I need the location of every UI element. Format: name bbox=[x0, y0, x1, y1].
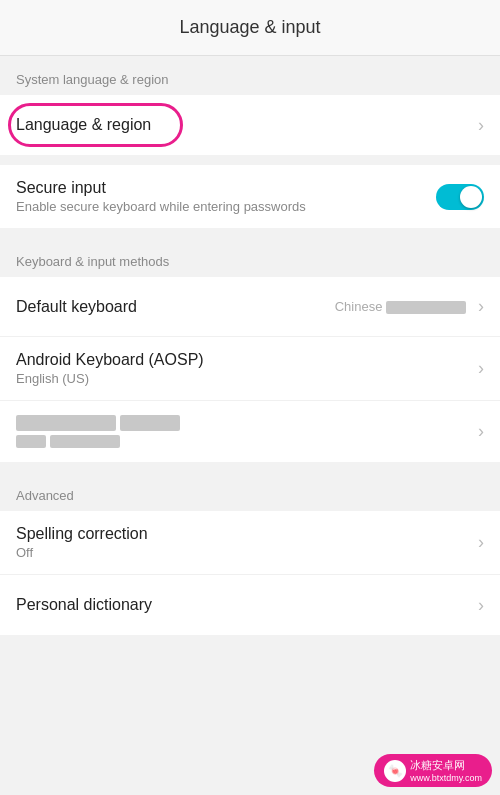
secure-input-item[interactable]: Secure input Enable secure keyboard whil… bbox=[0, 165, 500, 228]
watermark-content: 冰糖安卓网 www.btxtdmy.com bbox=[410, 758, 482, 783]
secure-input-subtitle: Enable secure keyboard while entering pa… bbox=[16, 199, 436, 214]
divider-1 bbox=[0, 155, 500, 165]
divider-3 bbox=[0, 462, 500, 472]
secure-input-toggle[interactable] bbox=[436, 184, 484, 210]
watermark-icon: 🍬 bbox=[384, 760, 406, 782]
section-keyboard: Keyboard & input methods Default keyboar… bbox=[0, 238, 500, 462]
page-title: Language & input bbox=[179, 17, 320, 38]
android-keyboard-content: Android Keyboard (AOSP) English (US) bbox=[16, 351, 470, 386]
default-keyboard-value: Chinese bbox=[335, 299, 466, 314]
personal-dictionary-title: Personal dictionary bbox=[16, 596, 470, 614]
blurred-keyboard-content bbox=[16, 415, 470, 448]
blurred-sub-block1 bbox=[16, 435, 46, 448]
blurred-keyboard-title-row bbox=[16, 415, 470, 431]
default-keyboard-content: Default keyboard Chinese › bbox=[16, 296, 484, 317]
section-secure: Secure input Enable secure keyboard whil… bbox=[0, 165, 500, 228]
language-region-item[interactable]: Language & region › bbox=[0, 95, 500, 155]
android-keyboard-title: Android Keyboard (AOSP) bbox=[16, 351, 470, 369]
android-keyboard-subtitle: English (US) bbox=[16, 371, 470, 386]
blurred-sub-block2 bbox=[50, 435, 120, 448]
blurred-keyboard-item[interactable]: › bbox=[0, 401, 500, 462]
secure-input-title: Secure input bbox=[16, 179, 436, 197]
language-region-title: Language & region bbox=[16, 116, 151, 133]
section-label-keyboard: Keyboard & input methods bbox=[0, 238, 500, 277]
spelling-correction-subtitle: Off bbox=[16, 545, 470, 560]
default-keyboard-item[interactable]: Default keyboard Chinese › bbox=[0, 277, 500, 337]
section-advanced: Advanced Spelling correction Off › Perso… bbox=[0, 472, 500, 635]
spelling-correction-content: Spelling correction Off bbox=[16, 525, 470, 560]
blurred-keyboard-subtitle-row bbox=[16, 435, 470, 448]
page-header: Language & input bbox=[0, 0, 500, 56]
secure-input-group: Secure input Enable secure keyboard whil… bbox=[0, 165, 500, 228]
spelling-correction-item[interactable]: Spelling correction Off › bbox=[0, 511, 500, 575]
settings-page: Language & input System language & regio… bbox=[0, 0, 500, 795]
blurred-title-block bbox=[16, 415, 116, 431]
watermark-subtext: www.btxtdmy.com bbox=[410, 773, 482, 783]
chevron-icon: › bbox=[478, 115, 484, 136]
default-keyboard-title: Default keyboard bbox=[16, 298, 137, 316]
chevron-icon: › bbox=[478, 296, 484, 317]
chevron-icon: › bbox=[478, 595, 484, 616]
default-keyboard-right: Chinese › bbox=[335, 296, 484, 317]
advanced-group: Spelling correction Off › Personal dicti… bbox=[0, 511, 500, 635]
section-label-system: System language & region bbox=[0, 56, 500, 95]
language-region-group: Language & region › bbox=[0, 95, 500, 155]
watermark: 🍬 冰糖安卓网 www.btxtdmy.com bbox=[374, 754, 492, 787]
keyboard-group: Default keyboard Chinese › Android Keybo… bbox=[0, 277, 500, 462]
secure-input-content: Secure input Enable secure keyboard whil… bbox=[16, 179, 436, 214]
blurred-title-block2 bbox=[120, 415, 180, 431]
section-system-language: System language & region Language & regi… bbox=[0, 56, 500, 155]
default-keyboard-row: Default keyboard Chinese › bbox=[16, 296, 484, 317]
chevron-icon: › bbox=[478, 532, 484, 553]
personal-dictionary-item[interactable]: Personal dictionary › bbox=[0, 575, 500, 635]
personal-dictionary-content: Personal dictionary bbox=[16, 596, 470, 614]
divider-2 bbox=[0, 228, 500, 238]
section-label-advanced: Advanced bbox=[0, 472, 500, 511]
android-keyboard-item[interactable]: Android Keyboard (AOSP) English (US) › bbox=[0, 337, 500, 401]
spelling-correction-title: Spelling correction bbox=[16, 525, 470, 543]
chevron-icon: › bbox=[478, 358, 484, 379]
language-region-content: Language & region bbox=[16, 116, 470, 134]
chevron-icon: › bbox=[478, 421, 484, 442]
watermark-text: 冰糖安卓网 bbox=[410, 758, 482, 773]
